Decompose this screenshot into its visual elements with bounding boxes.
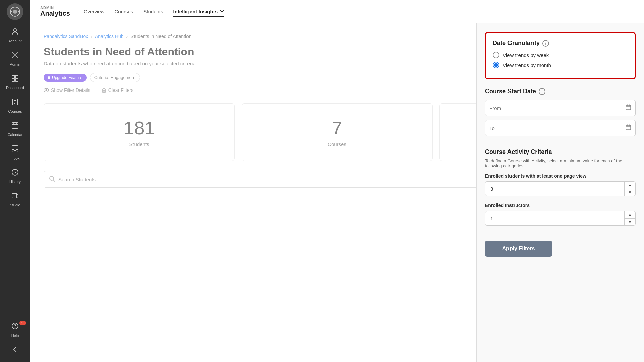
content-area: Pandalytics SandBox › Analytics Hub › St… [30, 23, 644, 362]
date-from-input[interactable] [485, 100, 636, 116]
calendar-icon [11, 121, 19, 131]
sidebar-item-studio[interactable]: Studio [0, 188, 30, 211]
sidebar-collapse-button[interactable] [0, 342, 30, 359]
sidebar-item-inbox[interactable]: Inbox [0, 141, 30, 164]
date-to-input[interactable] [485, 120, 636, 136]
instructors-increment[interactable]: ▲ [625, 211, 635, 219]
svg-rect-20 [12, 146, 18, 152]
course-start-date-section: Course Start Date i [485, 88, 636, 140]
sidebar-courses-label: Courses [8, 109, 22, 113]
radio-month[interactable]: View trends by month [493, 62, 628, 68]
nav-overview[interactable]: Overview [84, 6, 105, 17]
upgrade-feature-badge[interactable]: Upgrade Feature [44, 74, 87, 82]
apply-filters-button[interactable]: Apply Filters [485, 241, 552, 257]
calendar-to-icon[interactable] [625, 124, 631, 132]
nav-students[interactable]: Students [143, 6, 163, 17]
page-views-increment[interactable]: ▲ [625, 182, 635, 189]
radio-month-label: View trends by month [503, 62, 551, 68]
stat-courses-label: Courses [328, 141, 346, 147]
svg-point-32 [50, 176, 54, 180]
nav-intelligent-insights-label: Intelligent Insights [173, 9, 218, 14]
svg-point-6 [14, 29, 16, 32]
sidebar-item-calendar[interactable]: Calendar [0, 117, 30, 141]
svg-rect-22 [12, 193, 17, 198]
svg-rect-27 [102, 89, 106, 92]
radio-week-label: View trends by week [503, 52, 549, 58]
sidebar-help-label: Help [11, 334, 19, 338]
course-start-date-info-icon[interactable]: i [539, 88, 545, 95]
page-views-spinner[interactable]: 3 ▲ ▼ [485, 181, 636, 196]
svg-rect-9 [15, 75, 18, 78]
criteria-label: Criteria: Engagement [94, 75, 136, 80]
brand-admin-label: ADMIN [40, 6, 70, 10]
svg-rect-10 [12, 79, 15, 81]
page-views-value: 3 [485, 186, 624, 192]
svg-point-7 [14, 54, 16, 56]
svg-marker-23 [17, 194, 18, 197]
radio-month-circle [493, 62, 499, 68]
sidebar-admin-label: Admin [10, 62, 20, 66]
radio-week[interactable]: View trends by week [493, 52, 628, 58]
collapse-icon [11, 346, 19, 355]
sidebar-item-dashboard[interactable]: Dashboard [0, 70, 30, 94]
app-logo [7, 3, 23, 20]
show-filter-details-button[interactable]: Show Filter Details [44, 87, 90, 93]
courses-icon [11, 98, 19, 108]
sidebar-item-admin[interactable]: Admin [0, 47, 30, 70]
dashboard-icon [11, 74, 19, 84]
breadcrumb-current: Students in Need of Attention [130, 34, 191, 39]
filter-divider: | [95, 87, 97, 93]
inbox-icon [11, 145, 19, 155]
page-views-decrement[interactable]: ▼ [625, 189, 635, 196]
breadcrumb-sep-2: › [126, 34, 128, 39]
top-nav-links: Overview Courses Students Intelligent In… [84, 6, 224, 17]
dropdown-chevron-icon [220, 9, 224, 14]
date-granularity-info-icon[interactable]: i [542, 40, 549, 47]
sidebar-dashboard-label: Dashboard [6, 86, 24, 90]
studio-icon [11, 192, 19, 202]
trash-icon [102, 88, 106, 93]
account-icon [11, 27, 19, 38]
history-icon [11, 168, 19, 178]
instructors-value: 1 [485, 216, 624, 221]
sidebar-item-help[interactable]: 10 Help [0, 318, 30, 342]
date-granularity-title: Date Granularity i [493, 40, 628, 47]
stat-students-label: Students [129, 141, 149, 147]
svg-rect-16 [12, 123, 18, 128]
search-icon [49, 176, 55, 183]
criteria-badge[interactable]: Criteria: Engagement [90, 73, 140, 82]
sidebar-history-label: History [9, 180, 21, 184]
clear-filters-button[interactable]: Clear Filters [102, 87, 133, 93]
date-granularity-label: Date Granularity [493, 40, 540, 47]
brand: ADMIN Analytics [40, 6, 70, 17]
breadcrumb-sep-1: › [91, 34, 92, 39]
breadcrumb-pandalytics[interactable]: Pandalytics SandBox [44, 34, 88, 39]
sidebar-inbox-label: Inbox [11, 156, 20, 160]
nav-courses[interactable]: Courses [114, 6, 133, 17]
page-views-controls: ▲ ▼ [624, 182, 635, 196]
brand-name-label: Analytics [40, 10, 70, 17]
course-start-date-title: Course Start Date i [485, 88, 636, 95]
svg-line-33 [53, 180, 55, 181]
course-start-date-label: Course Start Date [485, 88, 536, 95]
calendar-from-icon[interactable] [625, 104, 631, 112]
date-from-field[interactable] [489, 105, 625, 111]
sidebar-account-label: Account [8, 39, 22, 43]
breadcrumb-analytics-hub[interactable]: Analytics Hub [95, 34, 124, 39]
sidebar-item-courses[interactable]: Courses [0, 94, 30, 117]
sidebar-bottom: 10 Help [0, 318, 30, 359]
sidebar-item-history[interactable]: History [0, 164, 30, 188]
date-to-field[interactable] [489, 125, 625, 131]
eye-icon [44, 87, 49, 93]
nav-intelligent-insights[interactable]: Intelligent Insights [173, 6, 225, 17]
main-area: ADMIN Analytics Overview Courses Student… [30, 0, 644, 362]
show-filter-label: Show Filter Details [51, 87, 90, 93]
sidebar-item-account[interactable]: Account [0, 23, 30, 47]
instructors-decrement[interactable]: ▼ [625, 219, 635, 226]
upgrade-label: Upgrade Feature [52, 75, 83, 80]
svg-rect-38 [626, 125, 631, 130]
svg-point-26 [46, 89, 47, 91]
admin-icon [11, 51, 19, 61]
clear-filters-label: Clear Filters [108, 87, 133, 93]
instructors-spinner[interactable]: 1 ▲ ▼ [485, 211, 636, 226]
